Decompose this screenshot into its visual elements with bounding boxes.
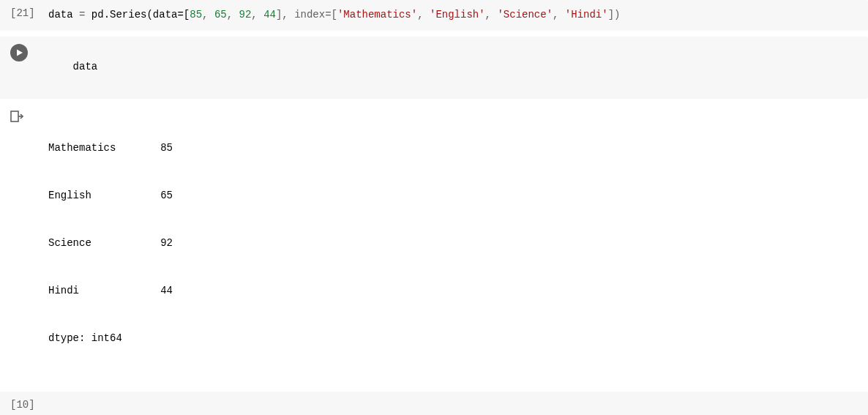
token: pd.Series(data=[ (91, 9, 190, 20)
series-label: Hindi (48, 283, 143, 299)
output-content: Mathematics85 English65 Science92 Hindi4… (44, 109, 173, 379)
token-var: data (48, 9, 73, 20)
token: , (485, 9, 498, 20)
token-str: 'Science' (497, 9, 553, 20)
exec-count: [10] (10, 399, 35, 411)
series-dtype: dtype: int64 (48, 331, 173, 347)
token: , (227, 9, 239, 20)
token: , (251, 9, 263, 20)
output-arrow-icon (10, 111, 23, 122)
token-str: 'Hindi' (565, 9, 608, 20)
output-block: Mathematics85 English65 Science92 Hindi4… (0, 105, 868, 384)
series-label: Mathematics (48, 141, 143, 157)
series-row: English65 (48, 188, 173, 204)
token: , (553, 9, 565, 20)
series-value: 85 (143, 141, 173, 157)
cell-prompt: [10] (10, 399, 44, 411)
token-num: 65 (214, 9, 227, 20)
code-content[interactable]: data = pd.Series(data=[85, 65, 92, 44], … (44, 7, 620, 23)
token-num: 44 (263, 9, 276, 20)
token: , (417, 9, 430, 20)
series-row: Hindi44 (48, 283, 173, 299)
series-value: 65 (143, 188, 173, 204)
token-num: 85 (190, 9, 202, 20)
series-row: Mathematics85 (48, 141, 173, 157)
code-content[interactable]: data.index (44, 399, 135, 415)
series-label: English (48, 188, 143, 204)
cell-prompt: [21] (10, 7, 44, 19)
exec-count: [21] (10, 7, 35, 19)
code-cell[interactable]: [10] data.index (0, 392, 868, 415)
token: ]) (608, 9, 621, 20)
series-row: Science92 (48, 236, 173, 252)
code-cell[interactable]: data (0, 37, 868, 99)
series-value: 92 (143, 236, 173, 252)
play-icon (15, 48, 23, 57)
output-indicator (10, 109, 44, 122)
token: , (202, 9, 214, 20)
svg-rect-1 (11, 111, 18, 121)
series-value: 44 (143, 283, 173, 299)
svg-marker-0 (17, 49, 23, 56)
code-cell[interactable]: [21] data = pd.Series(data=[85, 65, 92, … (0, 0, 868, 31)
token-var: data (73, 61, 98, 72)
token-eq: = (73, 9, 91, 20)
series-label: Science (48, 236, 143, 252)
token: ], index=[ (276, 9, 337, 20)
run-button[interactable] (10, 44, 28, 61)
code-content[interactable]: data (44, 44, 97, 91)
cell-gutter (10, 44, 44, 61)
token-num: 92 (239, 9, 252, 20)
token-str: 'Mathematics' (337, 9, 417, 20)
token-str: 'English' (430, 9, 485, 20)
